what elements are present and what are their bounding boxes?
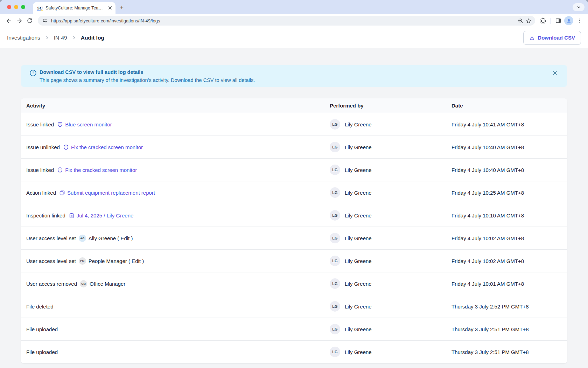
activity-label: Issue unlinked (26, 144, 60, 150)
performed-by-cell: LG Lily Greene (330, 347, 451, 357)
tab-strip: SC SafetyCulture: Manage Teams and... + (0, 0, 588, 14)
activity-text: Ally Greene ( Edit ) (89, 235, 133, 241)
chevron-right-icon (45, 35, 49, 40)
performer-name: Lily Greene (345, 190, 372, 196)
performed-by-cell: LG Lily Greene (330, 119, 451, 130)
activity-label: Issue linked (26, 121, 54, 127)
browser-tab[interactable]: SC SafetyCulture: Manage Teams and... (33, 2, 115, 14)
activity-cell: Issue unlinked Fix the cracked screen mo… (21, 144, 330, 150)
tab-close-icon[interactable] (108, 6, 112, 11)
info-banner: Download CSV to view full audit log deta… (21, 65, 567, 87)
performed-by-cell: LG Lily Greene (330, 233, 451, 243)
address-bar[interactable]: https://app.safetyculture.com/investigat… (38, 16, 535, 26)
activity-date: Friday 4 July 10:40 AM GMT+8 (451, 144, 567, 150)
issue-icon (57, 121, 63, 127)
performer-avatar: LG (330, 233, 340, 243)
maximize-window-button[interactable] (21, 5, 25, 9)
activity-link[interactable]: Fix the cracked screen monitor (65, 167, 137, 173)
back-icon[interactable] (4, 15, 14, 26)
banner-close-icon[interactable] (552, 70, 558, 76)
performer-name: Lily Greene (345, 349, 372, 355)
activity-cell: Issue linked Fix the cracked screen moni… (21, 167, 330, 173)
close-window-button[interactable] (7, 5, 11, 9)
activity-link[interactable]: Blue screen monitor (65, 121, 112, 127)
activity-date: Friday 4 July 10:01 AM GMT+8 (451, 281, 567, 287)
minimize-window-button[interactable] (14, 5, 18, 9)
activity-date: Friday 4 July 10:25 AM GMT+8 (451, 190, 567, 196)
performer-name: Lily Greene (345, 167, 372, 173)
activity-link[interactable]: Fix the cracked screen monitor (71, 144, 143, 150)
page-title: Audit log (81, 35, 104, 41)
url-text[interactable]: https://app.safetyculture.com/investigat… (51, 18, 518, 23)
download-csv-button[interactable]: Download CSV (523, 31, 581, 45)
performer-avatar: LG (330, 324, 340, 334)
performer-avatar: LG (330, 187, 340, 198)
performer-avatar: LG (330, 210, 340, 221)
extensions-icon[interactable] (538, 15, 548, 26)
activity-link[interactable]: Submit equipment replacement report (67, 190, 155, 196)
browser-menu-icon[interactable] (574, 15, 584, 26)
table-row: Action linked Submit equipment replaceme… (21, 181, 567, 204)
toolbar-divider (551, 18, 551, 24)
activity-cell: User access removed OM Office Manager (21, 280, 330, 287)
bookmark-star-icon[interactable] (526, 18, 532, 24)
activity-date: Friday 4 July 10:10 AM GMT+8 (451, 213, 567, 218)
performer-avatar: LG (330, 119, 340, 130)
browser-toolbar: https://app.safetyculture.com/investigat… (0, 14, 588, 27)
activity-cell: Inspection linked Jul 4, 2025 / Lily Gre… (21, 213, 330, 218)
performed-by-cell: LG Lily Greene (330, 142, 451, 152)
profile-avatar[interactable] (564, 15, 574, 26)
zoom-icon[interactable] (518, 18, 524, 24)
audit-log-table: Activity Performed by Date Issue linked … (21, 98, 567, 363)
side-panel-icon[interactable] (553, 15, 564, 26)
reload-icon[interactable] (24, 15, 35, 26)
forward-icon[interactable] (14, 15, 24, 26)
role-badge: OM (80, 280, 87, 287)
activity-label: Inspection linked (26, 213, 65, 218)
info-icon (29, 69, 37, 78)
activity-date: Thursday 3 July 2:51 PM GMT+8 (451, 326, 567, 332)
performed-by-cell: LG Lily Greene (330, 256, 451, 266)
tab-list-chevron-icon[interactable] (573, 3, 584, 11)
performer-name: Lily Greene (345, 213, 372, 218)
activity-text: People Manager ( Edit ) (89, 258, 144, 264)
activity-date: Friday 4 July 10:02 AM GMT+8 (451, 258, 567, 264)
activity-date: Thursday 3 July 2:51 PM GMT+8 (451, 349, 567, 355)
table-row: User access level set AG Ally Greene ( E… (21, 227, 567, 250)
activity-date: Friday 4 July 10:02 AM GMT+8 (451, 235, 567, 241)
issue-icon (63, 144, 69, 150)
performer-avatar: LG (330, 256, 340, 266)
activity-label: User access level set (26, 235, 76, 241)
performer-name: Lily Greene (345, 258, 372, 264)
performer-name: Lily Greene (345, 326, 372, 332)
performer-avatar: LG (330, 347, 340, 357)
column-header-activity: Activity (21, 103, 330, 109)
activity-link[interactable]: Jul 4, 2025 / Lily Greene (77, 213, 134, 218)
performer-name: Lily Greene (345, 235, 372, 241)
new-tab-button[interactable]: + (118, 4, 126, 12)
role-badge: AG (79, 235, 86, 242)
issue-icon (57, 167, 63, 173)
activity-cell: File uploaded (21, 349, 330, 355)
activity-label: User access removed (26, 281, 77, 287)
performer-avatar: LG (330, 301, 340, 312)
site-settings-icon[interactable] (42, 18, 48, 23)
performer-name: Lily Greene (345, 281, 372, 287)
activity-label: User access level set (26, 258, 76, 264)
performer-name: Lily Greene (345, 304, 372, 310)
activity-label: Action linked (26, 190, 56, 196)
table-body: Issue linked Blue screen monitor LG Lily… (21, 113, 567, 363)
browser-window: SC SafetyCulture: Manage Teams and... + … (0, 0, 588, 368)
performed-by-cell: LG Lily Greene (330, 278, 451, 289)
banner-body: This page shows a summary of the investi… (40, 77, 255, 83)
activity-label: File uploaded (26, 349, 58, 355)
breadcrumb-in-49[interactable]: IN-49 (54, 35, 67, 41)
table-row: Issue unlinked Fix the cracked screen mo… (21, 136, 567, 159)
activity-date: Thursday 3 July 2:52 PM GMT+8 (451, 304, 567, 310)
main-content: Download CSV to view full audit log deta… (0, 48, 588, 368)
window-controls (7, 5, 25, 9)
chevron-right-icon (72, 35, 76, 40)
activity-date: Friday 4 July 10:40 AM GMT+8 (451, 167, 567, 173)
breadcrumb-investigations[interactable]: Investigations (7, 35, 40, 41)
table-row: Issue linked Fix the cracked screen moni… (21, 159, 567, 181)
